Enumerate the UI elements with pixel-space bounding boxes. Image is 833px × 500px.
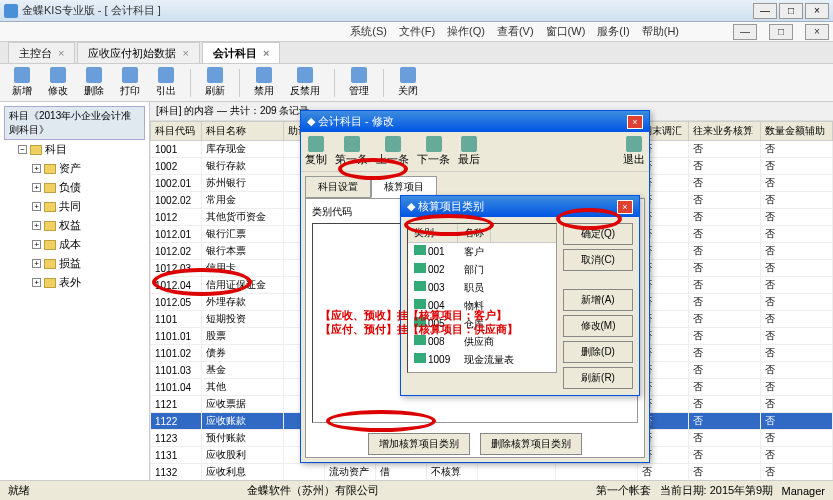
close-button[interactable]: × [805, 3, 829, 19]
menu-item[interactable]: 系统(S) [350, 24, 387, 39]
toolbar-管理[interactable]: 管理 [343, 65, 375, 100]
tab-close-icon[interactable]: × [263, 47, 269, 59]
tree-item[interactable]: +负债 [4, 178, 145, 197]
refresh-button[interactable]: 刷新(R) [563, 367, 633, 389]
col-header[interactable]: 科目代码 [151, 122, 202, 141]
list-item[interactable]: 002部门 [408, 261, 556, 279]
add-category-button[interactable]: 增加核算项目类别 [368, 433, 470, 455]
menu-item[interactable]: 帮助(H) [642, 24, 679, 39]
tab-close-icon[interactable]: × [182, 47, 188, 59]
delete-category-button[interactable]: 删除核算项目类别 [480, 433, 582, 455]
tree-item[interactable]: +损益 [4, 254, 145, 273]
tree-item[interactable]: +表外 [4, 273, 145, 292]
col-header[interactable]: 数量金额辅助 [761, 122, 833, 141]
nav-上一条[interactable]: 上一条 [376, 136, 409, 167]
window-title: 金蝶KIS专业版 - [ 会计科目 ] [22, 3, 753, 18]
nav-第一条[interactable]: 第一条 [335, 136, 368, 167]
toolbar-关闭[interactable]: 关闭 [392, 65, 424, 100]
tree-header: 科目《2013年小企业会计准则科目》 [4, 106, 145, 140]
menu-item[interactable]: 操作(Q) [447, 24, 485, 39]
doc-tab[interactable]: 应收应付初始数据× [77, 42, 199, 63]
toolbar: 新增修改删除打印引出刷新禁用反禁用管理关闭 [0, 64, 833, 102]
tree-item[interactable]: +资产 [4, 159, 145, 178]
col-header[interactable]: 科目名称 [202, 122, 284, 141]
doc-tab[interactable]: 会计科目× [202, 42, 280, 63]
toolbar-修改[interactable]: 修改 [42, 65, 74, 100]
menu-item[interactable]: 查看(V) [497, 24, 534, 39]
nav-复制[interactable]: 复制 [305, 136, 327, 167]
subject-tree: 科目《2013年小企业会计准则科目》 −科目 +资产+负债+共同+权益+成本+损… [0, 102, 150, 480]
app-icon [4, 4, 18, 18]
child-max[interactable]: □ [769, 24, 793, 40]
toolbar-刷新[interactable]: 刷新 [199, 65, 231, 100]
child-close[interactable]: × [805, 24, 829, 40]
menu-item[interactable]: 文件(F) [399, 24, 435, 39]
table-row[interactable]: 1132应收利息流动资产借不核算否否否 [151, 464, 833, 481]
nav-最后[interactable]: 最后 [458, 136, 480, 167]
col-header[interactable]: 往来业务核算 [689, 122, 761, 141]
tab-close-icon[interactable]: × [58, 47, 64, 59]
toolbar-删除[interactable]: 删除 [78, 65, 110, 100]
nav-退出[interactable]: 退出 [623, 136, 645, 167]
tab-subject-settings[interactable]: 科目设置 [305, 176, 371, 198]
tree-item[interactable]: +成本 [4, 235, 145, 254]
category-items-list[interactable]: 类别名称 001客户002部门003职员004物料005仓库008供应商1009… [407, 223, 557, 373]
edit-button[interactable]: 修改(M) [563, 315, 633, 337]
maximize-button[interactable]: □ [779, 3, 803, 19]
menubar: 系统(S)文件(F)操作(Q)查看(V)窗口(W)服务(I)帮助(H)—□× [0, 22, 833, 42]
category-picker-dialog: ◆ 核算项目类别× 类别名称 001客户002部门003职员004物料005仓库… [400, 195, 640, 396]
titlebar: 金蝶KIS专业版 - [ 会计科目 ] — □ × [0, 0, 833, 22]
doc-tab[interactable]: 主控台× [8, 42, 75, 63]
menu-item[interactable]: 窗口(W) [546, 24, 586, 39]
document-tabs: 主控台×应收应付初始数据×会计科目× [0, 42, 833, 64]
toolbar-反禁用[interactable]: 反禁用 [284, 65, 326, 100]
minimize-button[interactable]: — [753, 3, 777, 19]
close-icon[interactable]: × [617, 200, 633, 214]
ok-button[interactable]: 确定(Q) [563, 223, 633, 245]
cancel-button[interactable]: 取消(C) [563, 249, 633, 271]
delete-button[interactable]: 删除(D) [563, 341, 633, 363]
toolbar-打印[interactable]: 打印 [114, 65, 146, 100]
toolbar-新增[interactable]: 新增 [6, 65, 38, 100]
list-item[interactable]: 001客户 [408, 243, 556, 261]
toolbar-引出[interactable]: 引出 [150, 65, 182, 100]
close-icon[interactable]: × [627, 115, 643, 129]
tree-root[interactable]: −科目 [4, 140, 145, 159]
toolbar-禁用[interactable]: 禁用 [248, 65, 280, 100]
statusbar: 就绪 金蝶软件（苏州）有限公司 第一个帐套 当前日期: 2015年第9期 Man… [0, 480, 833, 500]
new-button[interactable]: 新增(A) [563, 289, 633, 311]
menu-item[interactable]: 服务(I) [597, 24, 629, 39]
list-item[interactable]: 1009现金流量表 [408, 351, 556, 369]
list-item[interactable]: 003职员 [408, 279, 556, 297]
tree-item[interactable]: +共同 [4, 197, 145, 216]
app-icon: ◆ [307, 115, 315, 128]
child-min[interactable]: — [733, 24, 757, 40]
tree-item[interactable]: +权益 [4, 216, 145, 235]
nav-下一条[interactable]: 下一条 [417, 136, 450, 167]
